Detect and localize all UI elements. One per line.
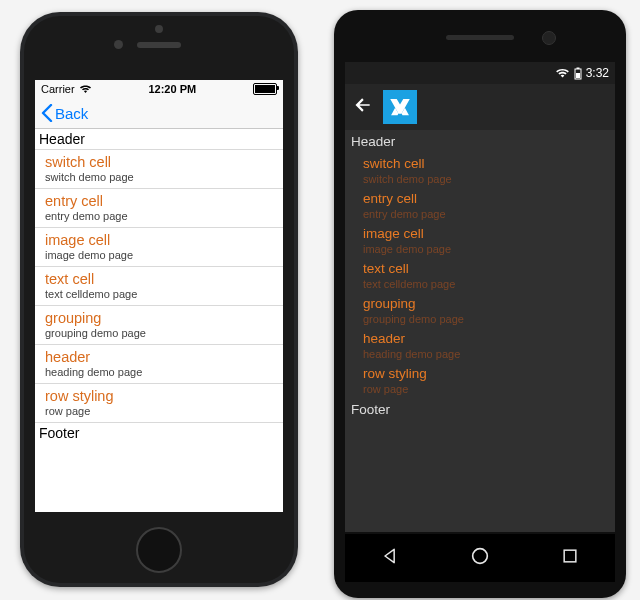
ios-status-bar: Carrier 12:20 PM — [35, 80, 283, 98]
list-item-title: row styling — [45, 388, 283, 405]
list-item-detail: row page — [363, 382, 615, 396]
list-item-title: text cell — [45, 271, 283, 288]
list-item-title: header — [363, 330, 615, 347]
android-home-button[interactable] — [469, 545, 491, 571]
android-list-header: Header — [345, 130, 615, 153]
ios-clock: 12:20 PM — [92, 83, 253, 95]
list-item-title: text cell — [363, 260, 615, 277]
ios-carrier-label: Carrier — [41, 83, 75, 95]
list-item-title: header — [45, 349, 283, 366]
arrow-left-icon — [353, 95, 373, 115]
list-item[interactable]: headerheading demo page — [35, 344, 283, 383]
list-item-detail: image demo page — [45, 249, 283, 262]
list-item[interactable]: row stylingrow page — [35, 383, 283, 422]
list-item-detail: image demo page — [363, 242, 615, 256]
battery-icon — [574, 67, 582, 80]
list-item[interactable]: text celltext celldemo page — [345, 258, 615, 293]
list-item[interactable]: image cellimage demo page — [35, 227, 283, 266]
list-item[interactable]: headerheading demo page — [345, 328, 615, 363]
list-item-detail: heading demo page — [45, 366, 283, 379]
iphone-screen: Carrier 12:20 PM Back Header switch c — [35, 80, 283, 512]
back-label: Back — [55, 105, 88, 122]
list-item[interactable]: row stylingrow page — [345, 363, 615, 398]
svg-rect-1 — [576, 67, 579, 69]
wifi-icon — [79, 84, 92, 94]
android-status-bar: 3:32 — [345, 62, 615, 84]
android-speaker-icon — [446, 35, 514, 40]
ios-list: switch cellswitch demo pageentry cellent… — [35, 149, 283, 423]
list-item-detail: entry demo page — [45, 210, 283, 223]
wifi-icon — [555, 67, 570, 79]
back-button[interactable]: Back — [41, 104, 88, 122]
list-item[interactable]: switch cellswitch demo page — [345, 153, 615, 188]
android-camera-icon — [542, 31, 556, 45]
android-clock: 3:32 — [586, 66, 609, 80]
android-list: switch cellswitch demo pageentry cellent… — [345, 153, 615, 398]
list-item-detail: row page — [45, 405, 283, 418]
square-recents-icon — [560, 546, 580, 566]
list-item-title: grouping — [45, 310, 283, 327]
app-logo-icon — [383, 90, 417, 124]
chevron-left-icon — [41, 104, 53, 122]
list-item-title: entry cell — [45, 193, 283, 210]
ios-nav-bar: Back — [35, 98, 283, 129]
list-item[interactable]: text celltext celldemo page — [35, 266, 283, 305]
ios-list-footer: Footer — [35, 423, 283, 443]
iphone-home-button[interactable] — [136, 527, 182, 573]
svg-rect-2 — [576, 73, 580, 78]
list-item-title: switch cell — [45, 154, 283, 171]
list-item-detail: text celldemo page — [45, 288, 283, 301]
svg-rect-6 — [564, 550, 576, 562]
list-item-detail: switch demo page — [45, 171, 283, 184]
android-screen: 3:32 Header switch cellswitch demo pagee… — [345, 62, 615, 532]
list-item-detail: switch demo page — [363, 172, 615, 186]
circle-home-icon — [469, 545, 491, 567]
list-item[interactable]: entry cellentry demo page — [345, 188, 615, 223]
list-item-title: image cell — [363, 225, 615, 242]
list-item-title: entry cell — [363, 190, 615, 207]
list-item-detail: text celldemo page — [363, 277, 615, 291]
list-item-title: grouping — [363, 295, 615, 312]
list-item-detail: heading demo page — [363, 347, 615, 361]
list-item[interactable]: groupinggrouping demo page — [35, 305, 283, 344]
iphone-speaker-icon — [137, 42, 181, 48]
list-item-title: row styling — [363, 365, 615, 382]
battery-icon — [253, 83, 277, 95]
list-item[interactable]: image cellimage demo page — [345, 223, 615, 258]
list-item-detail: entry demo page — [363, 207, 615, 221]
iphone-camera-icon — [155, 25, 163, 33]
iphone-sensor-icon — [114, 40, 123, 49]
iphone-device: Carrier 12:20 PM Back Header switch c — [20, 12, 298, 587]
list-item-title: image cell — [45, 232, 283, 249]
android-recents-button[interactable] — [560, 546, 580, 570]
list-item-detail: grouping demo page — [363, 312, 615, 326]
list-item[interactable]: entry cellentry demo page — [35, 188, 283, 227]
android-list-footer: Footer — [345, 398, 615, 421]
back-button[interactable] — [353, 95, 373, 119]
android-device: 3:32 Header switch cellswitch demo pagee… — [334, 10, 626, 598]
android-nav-bar — [345, 534, 615, 582]
ios-list-header: Header — [35, 129, 283, 149]
list-item[interactable]: groupinggrouping demo page — [345, 293, 615, 328]
list-item[interactable]: switch cellswitch demo page — [35, 149, 283, 188]
svg-point-5 — [473, 549, 488, 564]
list-item-title: switch cell — [363, 155, 615, 172]
list-item-detail: grouping demo page — [45, 327, 283, 340]
android-back-button[interactable] — [380, 546, 400, 570]
android-app-bar — [345, 84, 615, 130]
triangle-back-icon — [380, 546, 400, 566]
